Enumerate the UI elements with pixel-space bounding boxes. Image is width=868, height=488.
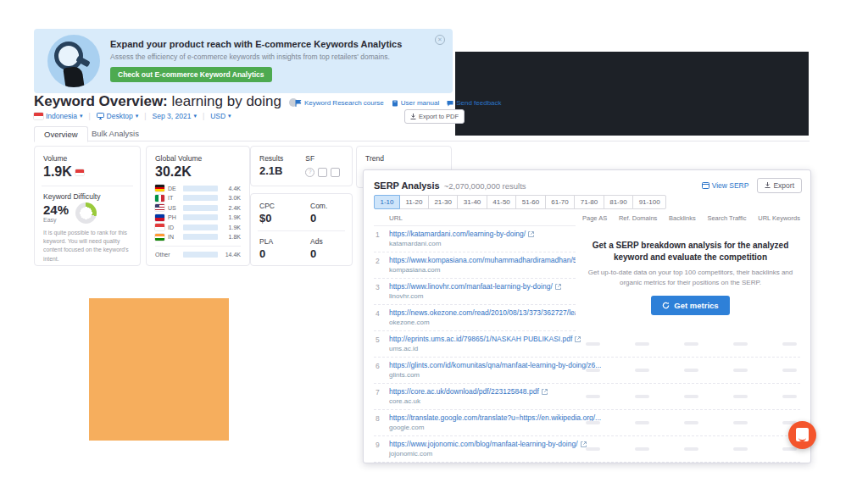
ads-label: Ads (310, 237, 339, 246)
feedback-bubble-icon (447, 100, 453, 107)
serp-page-1-10[interactable]: 1-10 (374, 195, 400, 209)
result-url-link[interactable]: https://www.kompasiana.com/muhammadhardi… (389, 256, 601, 264)
tab-bulk-analysis[interactable]: Bulk Analysis (82, 126, 148, 141)
device-filter[interactable]: Desktop▾ (97, 112, 139, 120)
user-manual-link[interactable]: User manual (392, 99, 439, 107)
result-url-link[interactable]: https://news.okezone.com/read/2010/08/13… (389, 308, 601, 317)
volume-bar (183, 252, 218, 258)
serp-results-count: ~2,070,000,000 results (444, 181, 526, 191)
help-icon[interactable]: ? (305, 168, 314, 177)
result-domain[interactable]: core.ac.uk (389, 397, 420, 405)
us-flag-icon (155, 204, 164, 211)
page-title-keyword: learning by doing (172, 93, 281, 109)
serp-page-51-60[interactable]: 51-60 (515, 195, 545, 209)
keyword-research-course-link[interactable]: Keyword Research course (295, 99, 384, 107)
com-label: Com. (310, 202, 339, 210)
serp-metric-headers: Page ASRef. DomainsBacklinksSearch Traff… (582, 214, 800, 222)
export-to-pdf-button[interactable]: Export to PDF (404, 109, 465, 124)
image-icon (318, 168, 327, 177)
pla-value: 0 (259, 247, 288, 260)
indonesia-flag-icon (34, 113, 43, 119)
ecommerce-cta-button[interactable]: Check out E-commerce Keyword Analytics (110, 67, 272, 82)
volume-card: Volume 1.9K Keyword Difficulty 24% Easy … (34, 146, 141, 266)
indonesia-flag-icon (75, 169, 84, 175)
serp-title: SERP Analysis (374, 180, 440, 191)
chat-launcher-button[interactable] (788, 421, 816, 449)
country-volume: 4.4K (221, 186, 241, 191)
it-flag-icon (155, 195, 164, 202)
de-flag-icon (155, 185, 164, 191)
header-links: Keyword Research course User manual Send… (295, 99, 502, 107)
metric-placeholders (586, 395, 797, 398)
id-flag-icon (155, 224, 164, 230)
metric-placeholders (586, 369, 797, 372)
serp-page-21-30[interactable]: 21-30 (428, 195, 458, 209)
result-position: 9 (376, 441, 380, 449)
chat-icon (796, 428, 809, 441)
results-value: 2.1B (259, 164, 283, 177)
result-domain[interactable]: okezone.com (389, 319, 430, 326)
view-serp-link[interactable]: View SERP (702, 181, 749, 190)
global-volume-card: Global Volume 30.2K DE4.4KIT3.0KUS2.4KPH… (146, 146, 250, 266)
serp-export-button[interactable]: Export (757, 178, 802, 193)
redacted-black-block (455, 52, 809, 136)
chevron-down-icon: ▾ (80, 113, 83, 119)
column-backlinks: Backlinks (669, 214, 696, 222)
promo-text: Get up-to-date data on your top 100 comp… (587, 268, 793, 288)
serp-pagination: 1-1011-2021-3031-4041-5051-6061-7071-808… (374, 195, 666, 209)
refresh-icon (662, 302, 670, 309)
serp-page-71-80[interactable]: 71-80 (574, 195, 604, 209)
result-url-link[interactable]: https://www.linovhr.com/manfaat-learning… (389, 282, 561, 291)
country-filter[interactable]: Indonesia▾ (34, 112, 82, 120)
sf-label: SF (305, 154, 340, 163)
result-domain[interactable]: linovhr.com (389, 292, 423, 300)
volume-bar (183, 186, 218, 191)
chevron-down-icon: ▾ (136, 113, 139, 119)
volume-bar (183, 234, 218, 240)
banner-close-icon[interactable]: ✕ (435, 35, 445, 45)
serp-page-41-50[interactable]: 41-50 (487, 195, 516, 209)
external-link-icon (575, 336, 581, 342)
serp-analysis-panel: SERP Analysis ~2,070,000,000 results Vie… (363, 169, 811, 463)
result-url-link[interactable]: https://translate.google.com/translate?u… (389, 413, 601, 422)
external-link-icon (581, 441, 587, 447)
country-row-us: US2.4K (155, 204, 241, 211)
result-domain[interactable]: jojonomic.com (389, 450, 432, 458)
send-feedback-link[interactable]: Send feedback (447, 99, 501, 107)
serp-promo-overlay: Get a SERP breakdown analysis for the an… (576, 223, 805, 331)
result-url-link[interactable]: http://eprints.ums.ac.id/79865/1/NASKAH … (389, 335, 581, 343)
serp-page-61-70[interactable]: 61-70 (545, 195, 575, 209)
metric-placeholders (586, 421, 797, 424)
com-value: 0 (310, 212, 339, 225)
country-volume: 2.4K (221, 205, 241, 211)
result-position: 8 (376, 414, 380, 423)
country-code: PH (168, 214, 180, 220)
serp-page-31-40[interactable]: 31-40 (457, 195, 487, 209)
get-metrics-button[interactable]: Get metrics (651, 296, 729, 315)
serp-page-91-100[interactable]: 91-100 (632, 195, 666, 209)
pla-label: PLA (259, 237, 288, 246)
volume-bar (183, 205, 218, 211)
ph-flag-icon (155, 214, 164, 221)
date-filter[interactable]: Sep 3, 2021▾ (153, 112, 197, 120)
result-domain[interactable]: google.com (389, 424, 424, 431)
result-domain[interactable]: kompasiana.com (389, 266, 440, 274)
result-url-link[interactable]: https://katamardani.com/learning-by-doin… (389, 230, 534, 238)
country-code: US (168, 205, 180, 211)
currency-filter[interactable]: USD▾ (210, 112, 231, 120)
result-position: 6 (376, 362, 380, 370)
country-row-it: IT3.0K (155, 195, 241, 202)
magnifier-illustration-icon (47, 35, 100, 87)
serp-page-81-90[interactable]: 81-90 (604, 195, 633, 209)
result-url-link[interactable]: https://www.jojonomic.com/blog/manfaat-l… (389, 440, 587, 448)
result-domain[interactable]: glints.com (389, 371, 420, 379)
column-url: URL (389, 214, 403, 222)
result-domain[interactable]: katamardani.com (389, 240, 441, 247)
tab-overview[interactable]: Overview (34, 126, 88, 142)
result-domain[interactable]: ums.ac.id (389, 345, 418, 352)
result-url-link[interactable]: https://core.ac.uk/download/pdf/22312584… (389, 387, 548, 396)
volume-label: Volume (43, 154, 131, 163)
page-title-prefix: Keyword Overview: (34, 93, 168, 109)
serp-page-11-20[interactable]: 11-20 (399, 195, 429, 209)
result-url-link[interactable]: https://glints.com/id/komunitas/qna/manf… (389, 361, 601, 369)
